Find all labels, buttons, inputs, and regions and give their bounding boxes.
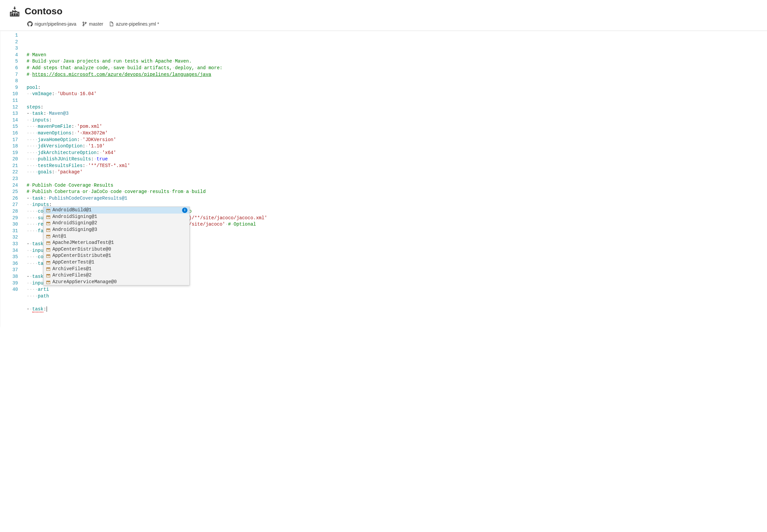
svg-rect-2 [17,14,18,15]
line-number: 33 [2,241,18,248]
autocomplete-item-label: AppCenterDistribute@0 [52,246,111,253]
code-line[interactable]: ····publishJUnitResults:·true [27,156,767,163]
line-number: 28 [2,208,18,215]
line-number: 5 [2,58,18,65]
code-area[interactable]: #·Maven#·Build·your·Java·projects·and·ru… [23,31,767,327]
autocomplete-item[interactable]: AndroidSigning@3 [44,227,189,233]
code-line[interactable]: -·task: [27,306,767,313]
autocomplete-item-label: AppCenterDistribute@1 [52,253,111,259]
svg-rect-41 [48,282,49,282]
autocomplete-item[interactable]: ArchiveFiles@2 [44,272,189,279]
package-icon [46,273,51,278]
line-number: 19 [2,150,18,156]
breadcrumb-file[interactable]: azure-pipelines.yml * [109,21,159,27]
code-line[interactable]: ····javaHomeOption:·'JDKVersion' [27,137,767,143]
code-line[interactable]: ··inputs: [27,117,767,124]
autocomplete-item[interactable]: AppCenterDistribute@0 [44,246,189,253]
package-icon [46,279,51,285]
info-icon[interactable]: i [182,208,187,213]
line-number: 15 [2,123,18,130]
autocomplete-item-label: AppCenterTest@1 [52,259,94,266]
line-number: 13 [2,110,18,117]
autocomplete-item[interactable]: ArchiveFiles@1 [44,266,189,272]
code-line[interactable]: #·https://docs.microsoft.com/azure/devop… [27,72,767,78]
svg-rect-40 [47,281,50,282]
autocomplete-item[interactable]: AndroidSigning@1 [44,214,189,220]
svg-rect-23 [48,243,49,243]
code-line[interactable]: ····mavenPomFile:·'pom.xml' [27,123,767,130]
autocomplete-item[interactable]: AndroidSigning@2 [44,220,189,227]
autocomplete-item[interactable]: Ant@1 [44,233,189,240]
code-line[interactable] [27,176,767,182]
code-line[interactable]: #·Add·steps·that·analyze·code,·save·buil… [27,65,767,72]
svg-rect-7 [47,209,50,210]
breadcrumb-repo[interactable]: nigurr/pipelines-java [27,21,76,27]
line-number-gutter: 1234567891011121314151617181920212223242… [0,31,23,327]
package-icon [46,240,51,246]
line-number: 32 [2,234,18,241]
file-icon [109,22,114,26]
code-line[interactable] [27,97,767,104]
code-line[interactable]: ····testResultsFiles:·'**/TEST-*.xml' [27,163,767,169]
autocomplete-item-label: ArchiveFiles@1 [52,266,92,272]
autocomplete-item-label: AzureAppServiceManage@0 [52,279,116,285]
svg-rect-8 [48,210,49,211]
autocomplete-popup[interactable]: AndroidBuild@1iAndroidSigning@1AndroidSi… [43,207,190,285]
svg-rect-38 [48,275,49,276]
code-line[interactable]: pool: [27,85,767,91]
svg-rect-26 [48,250,49,250]
line-number: 34 [2,248,18,254]
autocomplete-item-label: AndroidBuild@1 [52,207,92,214]
code-editor[interactable]: 1234567891011121314151617181920212223242… [0,31,767,327]
code-line[interactable]: ····jdkArchitectureOption:·'x64' [27,150,767,156]
github-icon [27,21,33,27]
code-line[interactable]: ····goals:·'package' [27,169,767,176]
page-title: Contoso [25,6,63,17]
line-number: 17 [2,137,18,143]
autocomplete-item-label: AndroidSigning@2 [52,220,97,227]
svg-rect-31 [47,261,50,262]
code-line[interactable]: #·Maven [27,52,767,59]
code-line[interactable]: ····mavenOptions:·'-Xmx3072m' [27,130,767,137]
svg-rect-14 [48,223,49,224]
code-line[interactable]: steps: [27,104,767,111]
code-line[interactable]: ····arti [27,286,767,293]
line-number: 37 [2,267,18,273]
autocomplete-item-label: ApacheJMeterLoadTest@1 [52,240,114,246]
line-number: 23 [2,176,18,182]
line-number: 12 [2,104,18,111]
line-number: 3 [2,45,18,52]
code-line[interactable] [27,299,767,306]
autocomplete-item[interactable]: ApacheJMeterLoadTest@1 [44,240,189,246]
line-number: 27 [2,202,18,208]
code-line[interactable]: ··vmImage:·'Ubuntu·16.04' [27,91,767,97]
svg-rect-35 [48,269,49,269]
breadcrumb-repo-label: nigurr/pipelines-java [35,21,76,27]
svg-rect-29 [48,256,49,256]
code-line[interactable] [27,78,767,85]
breadcrumb-branch[interactable]: master [82,21,103,27]
svg-point-3 [83,22,84,23]
line-number: 22 [2,169,18,176]
line-number: 30 [2,221,18,228]
code-line[interactable]: ····path [27,293,767,300]
line-number: 39 [2,280,18,287]
breadcrumb-branch-label: master [89,21,103,27]
code-line[interactable]: -·task:·Maven@3 [27,110,767,117]
svg-rect-28 [47,255,50,256]
autocomplete-item[interactable]: AzureAppServiceManage@0 [44,279,189,285]
code-line[interactable]: -·task:·PublishCodeCoverageResults@1 [27,195,767,202]
autocomplete-item-label: AndroidSigning@3 [52,227,97,233]
line-number: 38 [2,273,18,280]
autocomplete-item-label: Ant@1 [52,233,66,240]
code-line[interactable]: #·Publish·Code·Coverage·Results [27,182,767,189]
autocomplete-item[interactable]: AndroidBuild@1i [44,207,189,214]
autocomplete-item[interactable]: AppCenterDistribute@1 [44,253,189,259]
code-line[interactable]: #·Publish·Cobertura·or·JaCoCo·code·cover… [27,189,767,195]
svg-point-4 [83,25,84,26]
code-line[interactable]: ····jdkVersionOption:·'1.10' [27,143,767,150]
autocomplete-item[interactable]: AppCenterTest@1 [44,259,189,266]
line-number: 6 [2,65,18,72]
line-number: 11 [2,97,18,104]
code-line[interactable]: #·Build·your·Java·projects·and·run·tests… [27,58,767,65]
